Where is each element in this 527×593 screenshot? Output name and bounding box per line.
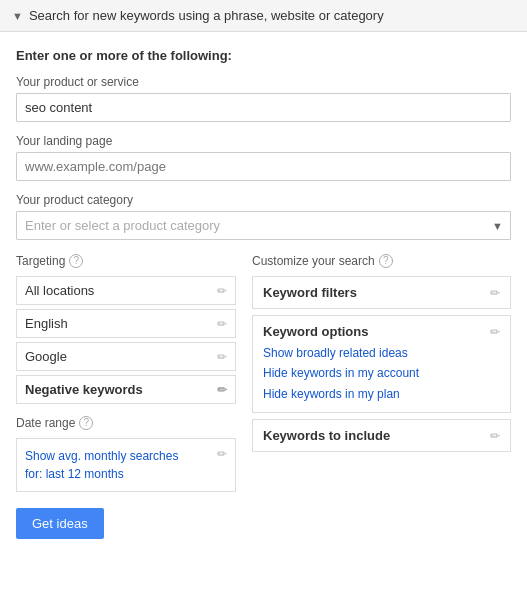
main-content: Enter one or more of the following: Your…: [0, 32, 527, 551]
keywords-to-include-item[interactable]: Keywords to include ✏: [252, 419, 511, 452]
product-label: Your product or service: [16, 75, 511, 89]
collapse-arrow-icon[interactable]: ▼: [12, 10, 23, 22]
two-col-section: Targeting ? All locations ✏ English ✏ Go…: [16, 254, 511, 492]
date-range-section: Date range ? Show avg. monthly searches …: [16, 416, 236, 492]
date-range-title: Date range ?: [16, 416, 236, 430]
date-range-pencil-icon[interactable]: ✏: [217, 447, 227, 461]
hide-keywords-account-link[interactable]: Hide keywords in my account: [263, 363, 500, 383]
category-select[interactable]: Enter or select a product category: [16, 211, 511, 240]
keyword-filters-item[interactable]: Keyword filters ✏: [252, 276, 511, 309]
keyword-filters-pencil-icon: ✏: [490, 286, 500, 300]
targeting-locations-pencil-icon: ✏: [217, 284, 227, 298]
date-range-help-icon[interactable]: ?: [79, 416, 93, 430]
landing-input[interactable]: [16, 152, 511, 181]
keywords-to-include-pencil-icon: ✏: [490, 429, 500, 443]
landing-label: Your landing page: [16, 134, 511, 148]
keyword-options-links: Show broadly related ideas Hide keywords…: [263, 343, 500, 404]
targeting-item-google[interactable]: Google ✏: [16, 342, 236, 371]
targeting-item-negative-keywords[interactable]: Negative keywords ✏: [16, 375, 236, 404]
date-range-line2: for: last 12 months: [25, 467, 124, 481]
category-select-wrapper: Enter or select a product category ▼: [16, 211, 511, 240]
landing-field-group: Your landing page: [16, 134, 511, 181]
customize-help-icon[interactable]: ?: [379, 254, 393, 268]
date-range-title-text: Date range: [16, 416, 75, 430]
targeting-item-negative-keywords-label: Negative keywords: [25, 382, 143, 397]
targeting-google-pencil-icon: ✏: [217, 350, 227, 364]
keyword-options-pencil-icon: ✏: [490, 325, 500, 339]
top-bar[interactable]: ▼ Search for new keywords using a phrase…: [0, 0, 527, 32]
show-broadly-related-link[interactable]: Show broadly related ideas: [263, 343, 500, 363]
keyword-options-title: Keyword options: [263, 324, 368, 339]
keyword-filters-header: Keyword filters ✏: [263, 285, 500, 300]
hide-keywords-plan-link[interactable]: Hide keywords in my plan: [263, 384, 500, 404]
targeting-item-locations[interactable]: All locations ✏: [16, 276, 236, 305]
date-range-text: Show avg. monthly searches for: last 12 …: [25, 447, 227, 483]
product-field-group: Your product or service: [16, 75, 511, 122]
keywords-to-include-header: Keywords to include ✏: [263, 428, 500, 443]
category-field-group: Your product category Enter or select a …: [16, 193, 511, 240]
customize-title: Customize your search ?: [252, 254, 511, 268]
keyword-options-header: Keyword options ✏: [263, 324, 500, 339]
targeting-title-text: Targeting: [16, 254, 65, 268]
targeting-item-english[interactable]: English ✏: [16, 309, 236, 338]
keyword-filters-title: Keyword filters: [263, 285, 357, 300]
get-ideas-button[interactable]: Get ideas: [16, 508, 104, 539]
left-column: Targeting ? All locations ✏ English ✏ Go…: [16, 254, 236, 492]
keywords-to-include-title: Keywords to include: [263, 428, 390, 443]
category-label: Your product category: [16, 193, 511, 207]
top-bar-label: Search for new keywords using a phrase, …: [29, 8, 384, 23]
targeting-english-pencil-icon: ✏: [217, 317, 227, 331]
date-range-line1: Show avg. monthly searches: [25, 449, 178, 463]
targeting-title: Targeting ?: [16, 254, 236, 268]
keyword-options-item[interactable]: Keyword options ✏ Show broadly related i…: [252, 315, 511, 413]
targeting-help-icon[interactable]: ?: [69, 254, 83, 268]
form-section-title: Enter one or more of the following:: [16, 48, 511, 63]
targeting-item-google-label: Google: [25, 349, 67, 364]
right-column: Customize your search ? Keyword filters …: [252, 254, 511, 492]
targeting-item-locations-label: All locations: [25, 283, 94, 298]
targeting-negative-keywords-pencil-icon: ✏: [217, 383, 227, 397]
targeting-item-english-label: English: [25, 316, 68, 331]
customize-title-text: Customize your search: [252, 254, 375, 268]
product-input[interactable]: [16, 93, 511, 122]
date-range-box: Show avg. monthly searches for: last 12 …: [16, 438, 236, 492]
